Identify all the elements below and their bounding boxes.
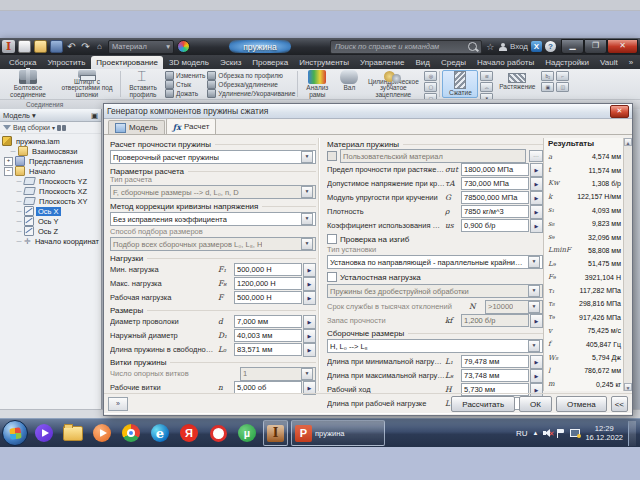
field-value-input[interactable]: 73,748 мм	[461, 369, 529, 382]
tree-item-representations[interactable]: +Представления	[2, 156, 101, 166]
tree-item-assembly-root[interactable]: пружина.iam	[2, 136, 101, 146]
scroll-up-icon[interactable]: ▲	[624, 138, 632, 146]
flyout-arrow-icon[interactable]: ▶	[530, 314, 543, 328]
taskbar-alice-button[interactable]	[31, 421, 57, 445]
close-button[interactable]: ✕	[607, 39, 638, 54]
tree-item-plane-xy[interactable]: ─Плоскость XY	[2, 196, 101, 206]
taskbar-opera-button[interactable]	[205, 421, 231, 445]
torsion-spring-icon[interactable]: ≋	[480, 71, 493, 81]
collapse-results-button[interactable]: <<	[611, 396, 628, 412]
new-file-icon[interactable]	[18, 40, 31, 53]
dialog-tab-calculation[interactable]: ƒxРасчет	[166, 118, 217, 134]
exchange-apps-icon[interactable]: X	[531, 41, 542, 52]
tab-view[interactable]: Вид	[411, 56, 435, 69]
flyout-arrow-icon[interactable]: ▶	[303, 329, 316, 343]
flyout-arrow-icon[interactable]: ▶	[303, 291, 316, 305]
material-browse-button[interactable]: …	[529, 150, 543, 162]
tab-overflow-icon[interactable]: »	[624, 56, 638, 69]
favorites-star-icon[interactable]: ☆	[485, 42, 496, 52]
signin-link[interactable]: Вход	[510, 42, 528, 51]
pin-icon[interactable]: ▣	[91, 111, 98, 120]
tab-vault[interactable]: Vault	[595, 56, 623, 69]
taskbar-explorer-button[interactable]	[60, 421, 86, 445]
frame-change-button[interactable]: Изменить	[165, 71, 205, 79]
field-value-input[interactable]: 7850 кг/м^3	[461, 205, 529, 218]
buckling-checkbox[interactable]	[327, 234, 337, 244]
assembly-dims-select[interactable]: H, L₀ --> L₈▼	[327, 339, 543, 353]
tree-item-origin-point[interactable]: ─✛Начало координат	[2, 236, 101, 246]
tab-addins[interactable]: Надстройки	[540, 56, 594, 69]
field-value-input[interactable]: 500,000 Н	[234, 263, 302, 276]
custom-material-field[interactable]: Пользовательский материал	[340, 149, 526, 163]
flyout-arrow-icon[interactable]: ▶	[303, 315, 316, 329]
inventor-app-icon[interactable]: I	[2, 40, 15, 53]
tab-assembly[interactable]: Сборка	[4, 56, 41, 69]
help-search-input[interactable]: Поиск по справке и командам	[330, 40, 482, 54]
tab-environments[interactable]: Среды	[436, 56, 471, 69]
language-indicator[interactable]: RU	[516, 429, 528, 438]
start-button[interactable]	[2, 420, 28, 446]
strength-calc-select[interactable]: Проверочный расчет пружины▼	[110, 150, 316, 164]
volume-muted-icon[interactable]: ✕	[543, 429, 552, 437]
frame-miter-button[interactable]: Стык	[165, 80, 205, 88]
flyout-arrow-icon[interactable]: ▶	[530, 369, 543, 383]
bolted-connection-button[interactable]: Болтовое соединение	[2, 70, 54, 98]
tree-item-axis-z[interactable]: ─Ось Z	[2, 226, 101, 236]
action-center-flag-icon[interactable]	[557, 429, 565, 438]
tree-item-plane-xz[interactable]: ─Плоскость XZ	[2, 186, 101, 196]
support-coils-select[interactable]: 1▼	[240, 367, 316, 381]
appearance-wheel-icon[interactable]	[177, 40, 190, 53]
calc-type-select[interactable]: F, сборочные размеры --> d, L₀, n, D▼	[110, 185, 316, 199]
field-value-input[interactable]: 730,000 МПа	[461, 177, 529, 190]
fatigue-select[interactable]: Пружины без дробеструйной обработки▼	[327, 284, 543, 298]
cancel-button[interactable]: Отмена	[556, 396, 607, 412]
tab-get-started[interactable]: Начало работы	[472, 56, 539, 69]
limits-fits-icon[interactable]: ▣	[541, 82, 554, 92]
compression-spring-button[interactable]: Сжатие	[442, 70, 478, 98]
open-file-icon[interactable]	[34, 40, 47, 53]
material-dropdown[interactable]: Материал▾	[108, 40, 174, 54]
help-icon[interactable]: ?	[545, 41, 556, 52]
spur-gear-button[interactable]: Цилиндрическое зубчатое зацепление	[364, 70, 422, 98]
field-value-input[interactable]: 1800,000 МПа	[461, 163, 529, 176]
service-life-select[interactable]: >10000▼	[485, 300, 543, 314]
undo-icon[interactable]: ↶	[66, 41, 77, 52]
tree-item-axis-y[interactable]: ─Ось Y	[2, 216, 101, 226]
trim-extend-button[interactable]: Обрезка/удлинение	[207, 80, 295, 88]
find-icon[interactable]	[57, 125, 66, 131]
taskbar-utorrent-button[interactable]: µ	[234, 421, 260, 445]
flyout-arrow-icon[interactable]: ▶	[303, 263, 316, 277]
flyout-arrow-icon[interactable]: ▶	[303, 277, 316, 291]
lengthen-shorten-button[interactable]: Удлинение/Укорачивание	[207, 89, 295, 97]
restore-button[interactable]: ❐	[584, 39, 607, 54]
dialog-title-bar[interactable]: Генератор компонентов пружины сжатия ✕	[104, 104, 632, 119]
belt-icon[interactable]: ▢	[424, 82, 437, 92]
fit-method-select[interactable]: Подбор всех сборочных размеров L₀, L₈, H…	[110, 237, 316, 251]
collapse-icon[interactable]: −	[4, 167, 13, 176]
flyout-arrow-icon[interactable]: ▶	[530, 205, 543, 219]
filter-icon[interactable]	[3, 125, 11, 130]
field-value-input[interactable]: 7,000 мм	[234, 315, 302, 328]
shaft-button[interactable]: Вал	[336, 70, 362, 98]
tab-manage[interactable]: Управление	[355, 56, 409, 69]
field-value-input[interactable]: 500,000 Н	[234, 291, 302, 304]
taskbar-inventor-button[interactable]: I	[263, 420, 288, 446]
chevron-down-icon[interactable]: ▾	[52, 124, 55, 131]
tree-item-origin[interactable]: −Начало	[2, 166, 101, 176]
expand-icon[interactable]: +	[4, 157, 13, 166]
field-value-input[interactable]: 1200,000 Н	[234, 277, 302, 290]
tolerance-calc-icon[interactable]: b₂	[541, 71, 554, 81]
network-warning-icon[interactable]	[570, 429, 580, 437]
seating-select[interactable]: Установка по направляющей - параллельные…	[327, 255, 543, 269]
bearing-icon[interactable]: ◎	[424, 71, 437, 81]
frame-analysis-button[interactable]: Анализ рамы	[300, 70, 334, 98]
search-icon[interactable]	[468, 42, 477, 51]
save-icon[interactable]	[50, 40, 63, 53]
field-value-input[interactable]: 78500,000 МПа	[461, 191, 529, 204]
extension-spring-button[interactable]: Растяжение	[495, 70, 539, 98]
tab-simplify[interactable]: Упростить	[42, 56, 90, 69]
flyout-arrow-icon[interactable]: ▶	[530, 163, 543, 177]
taskbar-powerpoint-button[interactable]: P пружина	[291, 420, 385, 446]
tree-item-axis-x[interactable]: ─Ось X	[2, 206, 101, 216]
flyout-arrow-icon[interactable]: ▶	[530, 191, 543, 205]
